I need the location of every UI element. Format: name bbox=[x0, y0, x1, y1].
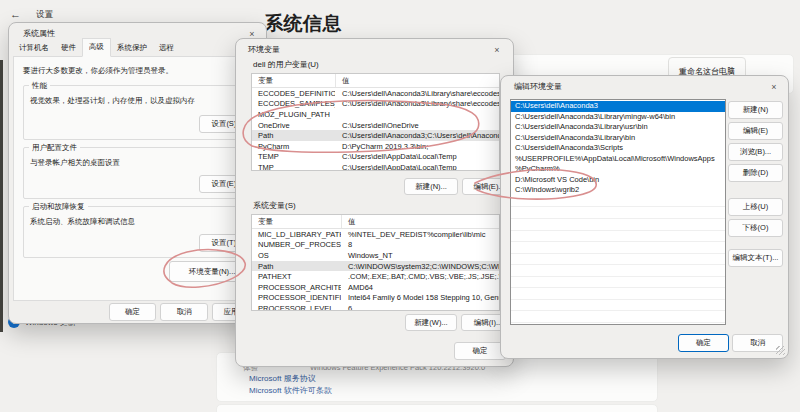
environment-variables-dialog: 环境变量 × dell 的用户变量(U) 变量 值 ECCODES_DEFINI… bbox=[235, 38, 514, 367]
path-list-item[interactable]: D:\Microsoft VS Code\bin bbox=[511, 175, 725, 186]
variable-name: Path bbox=[252, 131, 335, 140]
tab-高级[interactable]: 高级 bbox=[82, 38, 111, 57]
path-list-empty-row[interactable] bbox=[511, 196, 725, 208]
back-arrow-icon[interactable]: ← bbox=[10, 8, 21, 20]
path-list-empty-row[interactable] bbox=[511, 242, 725, 254]
group-desc: 系统启动、系统故障和调试信息 bbox=[30, 217, 135, 227]
user-new-button[interactable]: 新建(N)... bbox=[404, 178, 458, 195]
group-label: 性能 bbox=[29, 81, 50, 91]
variable-value: C:\Users\dell\Anaconda3\Library\share\ec… bbox=[335, 89, 499, 98]
env-row-Path[interactable]: PathC:\WINDOWS\system32;C:\WINDOWS;C:\WI… bbox=[252, 261, 499, 272]
variable-value: .COM;.EXE;.BAT;.CMD;.VBS;.VBE;.JS;.JSE;.… bbox=[341, 272, 499, 281]
variable-value: C:\Users\dell\OneDrive bbox=[335, 121, 499, 130]
link-services-agreement[interactable]: Microsoft 服务协议 bbox=[249, 373, 316, 384]
env-row-ECCODES_DEFINITION_PATH[interactable]: ECCODES_DEFINITION_PATHC:\Users\dell\Ana… bbox=[252, 88, 499, 99]
variable-name: TEMP bbox=[252, 152, 335, 161]
close-icon[interactable]: × bbox=[765, 80, 783, 94]
path-list-empty-row[interactable] bbox=[511, 254, 725, 266]
variable-name: MOZ_PLUGIN_PATH bbox=[252, 110, 335, 119]
variable-name: TMP bbox=[252, 163, 335, 171]
path-list-item[interactable]: C:\Users\dell\Anaconda3\Scripts bbox=[511, 143, 725, 154]
edit-text-button[interactable]: 编辑文本(T)... bbox=[728, 249, 783, 267]
env-row-Path[interactable]: PathC:\Users\dell\Anaconda3;C:\Users\del… bbox=[252, 130, 499, 141]
move-down-button[interactable]: 下移(O) bbox=[728, 219, 783, 237]
column-value: 值 bbox=[341, 215, 499, 228]
link-license-terms[interactable]: Microsoft 软件许可条款 bbox=[249, 385, 332, 396]
tab-系统保护[interactable]: 系统保护 bbox=[111, 40, 153, 57]
variable-name: NUMBER_OF_PROCESSORS bbox=[252, 240, 341, 249]
env-row-TMP[interactable]: TMPC:\Users\dell\AppData\Local\Temp bbox=[252, 162, 499, 171]
ok-button[interactable]: 确定 bbox=[109, 303, 156, 321]
env-row-MOZ_PLUGIN_PATH[interactable]: MOZ_PLUGIN_PATH bbox=[252, 109, 499, 120]
ok-button[interactable]: 确定 bbox=[678, 334, 729, 352]
cancel-button[interactable]: 取消 bbox=[160, 303, 208, 321]
env-row-NUMBER_OF_PROCESSORS[interactable]: NUMBER_OF_PROCESSORS8 bbox=[252, 240, 499, 251]
app-title: 设置 bbox=[36, 9, 53, 21]
path-list-item[interactable]: C:\Users\dell\Anaconda3\Library\mingw-w6… bbox=[511, 112, 725, 123]
env-row-OS[interactable]: OSWindows_NT bbox=[252, 250, 499, 261]
path-list-item[interactable]: C:\Users\dell\Anaconda3 bbox=[511, 101, 725, 112]
performance-group: 性能 视觉效果，处理器计划，内存使用，以及虚拟内存 设置(S)... bbox=[23, 85, 262, 140]
env-row-ECCODES_SAMPLES_PATH[interactable]: ECCODES_SAMPLES_PATHC:\Users\dell\Anacon… bbox=[252, 99, 499, 110]
new-button[interactable]: 新建(N) bbox=[728, 101, 783, 119]
path-list-empty-row[interactable] bbox=[511, 323, 725, 325]
screen-left-edge bbox=[0, 60, 3, 332]
variable-name: PROCESSOR_LEVEL bbox=[252, 304, 341, 311]
browse-button[interactable]: 浏览(B)... bbox=[728, 143, 783, 161]
path-list-item[interactable]: %PyCharm% bbox=[511, 164, 725, 175]
env-row-OneDrive[interactable]: OneDriveC:\Users\dell\OneDrive bbox=[252, 120, 499, 131]
path-list-empty-row[interactable] bbox=[511, 231, 725, 243]
close-icon[interactable]: × bbox=[488, 43, 506, 57]
resize-grip-icon[interactable] bbox=[776, 346, 785, 355]
path-list-empty-row[interactable] bbox=[511, 311, 725, 323]
edit-environment-variable-dialog: 编辑环境变量 × C:\Users\dell\Anaconda3C:\Users… bbox=[500, 75, 789, 359]
env-row-PATHEXT[interactable]: PATHEXT.COM;.EXE;.BAT;.CMD;.VBS;.VBE;.JS… bbox=[252, 271, 499, 282]
variable-value: C:\Users\dell\Anaconda3\Library\share\ec… bbox=[335, 99, 499, 108]
variable-value: D:\PyCharm 2019.3.3\bin; bbox=[335, 142, 499, 151]
env-row-PyCharm[interactable]: PyCharmD:\PyCharm 2019.3.3\bin; bbox=[252, 141, 499, 152]
path-list[interactable]: C:\Users\dell\Anaconda3C:\Users\dell\Ana… bbox=[510, 99, 726, 325]
path-list-item[interactable]: C:\Windows\wgrib2 bbox=[511, 185, 725, 196]
group-label: 启动和故障恢复 bbox=[29, 202, 88, 212]
ok-button[interactable]: 确定 bbox=[454, 342, 506, 360]
user-profiles-group: 用户配置文件 与登录帐户相关的桌面设置 设置(E)... bbox=[23, 147, 262, 199]
system-variables-table[interactable]: 变量 值 MIC_LD_LIBRARY_PATH%INTEL_DEV_REDIS… bbox=[251, 214, 500, 311]
advanced-tab-page: 要进行大多数更改，你必须作为管理员登录。 性能 视觉效果，处理器计划，内存使用，… bbox=[13, 56, 263, 301]
variable-value: Windows_NT bbox=[341, 251, 499, 260]
column-variable: 变量 bbox=[252, 215, 341, 228]
variable-name: PROCESSOR_ARCHITECTURE bbox=[252, 283, 341, 292]
path-list-empty-row[interactable] bbox=[511, 265, 725, 277]
path-list-item[interactable]: C:\Users\dell\Anaconda3\Library\usr\bin bbox=[511, 122, 725, 133]
tab-硬件[interactable]: 硬件 bbox=[55, 40, 82, 57]
path-list-empty-row[interactable] bbox=[511, 277, 725, 289]
desktop: ← 设置 系统信息 重命名这台电脑 体验 Windows Feature Exp… bbox=[0, 0, 800, 412]
env-row-PROCESSOR_ARCHITECTURE[interactable]: PROCESSOR_ARCHITECTUREAMD64 bbox=[252, 282, 499, 293]
env-row-TEMP[interactable]: TEMPC:\Users\dell\AppData\Local\Temp bbox=[252, 152, 499, 163]
path-list-item[interactable]: %USERPROFILE%\AppData\Local\Microsoft\Wi… bbox=[511, 154, 725, 165]
user-variables-table[interactable]: 变量 值 ECCODES_DEFINITION_PATHC:\Users\del… bbox=[251, 73, 500, 171]
table-header: 变量 值 bbox=[252, 215, 499, 229]
system-properties-dialog: 系统属性 × 计算机名硬件高级系统保护远程 要进行大多数更改，你必须作为管理员登… bbox=[8, 22, 267, 324]
variable-value: C:\WINDOWS\system32;C:\WINDOWS;C:\WINDOW bbox=[341, 262, 499, 271]
variable-name: ECCODES_DEFINITION_PATH bbox=[252, 89, 335, 98]
edit-button[interactable]: 编辑(E) bbox=[728, 122, 783, 140]
path-list-empty-row[interactable] bbox=[511, 300, 725, 312]
variable-name: MIC_LD_LIBRARY_PATH bbox=[252, 230, 341, 239]
variable-name: OS bbox=[252, 251, 341, 260]
path-list-empty-row[interactable] bbox=[511, 207, 725, 219]
variable-value: %INTEL_DEV_REDIST%compiler\lib\mic bbox=[341, 230, 499, 239]
tab-计算机名[interactable]: 计算机名 bbox=[13, 40, 55, 57]
env-row-MIC_LD_LIBRARY_PATH[interactable]: MIC_LD_LIBRARY_PATH%INTEL_DEV_REDIST%com… bbox=[252, 229, 499, 240]
dialog-title: 系统属性 bbox=[23, 28, 55, 39]
delete-button[interactable]: 删除(D) bbox=[728, 164, 783, 182]
path-list-item[interactable]: C:\Users\dell\Anaconda3\Library\bin bbox=[511, 133, 725, 144]
tab-远程[interactable]: 远程 bbox=[153, 40, 180, 57]
path-list-empty-row[interactable] bbox=[511, 219, 725, 231]
env-row-PROCESSOR_IDENTIFIER[interactable]: PROCESSOR_IDENTIFIERIntel64 Family 6 Mod… bbox=[252, 293, 499, 304]
move-up-button[interactable]: 上移(U) bbox=[728, 198, 783, 216]
env-row-PROCESSOR_LEVEL[interactable]: PROCESSOR_LEVEL6 bbox=[252, 303, 499, 311]
path-list-empty-row[interactable] bbox=[511, 288, 725, 300]
dialog-title: 编辑环境变量 bbox=[514, 81, 562, 92]
system-new-button[interactable]: 新建(W)... bbox=[405, 314, 457, 331]
variable-value: Intel64 Family 6 Model 158 Stepping 10, … bbox=[341, 293, 499, 302]
